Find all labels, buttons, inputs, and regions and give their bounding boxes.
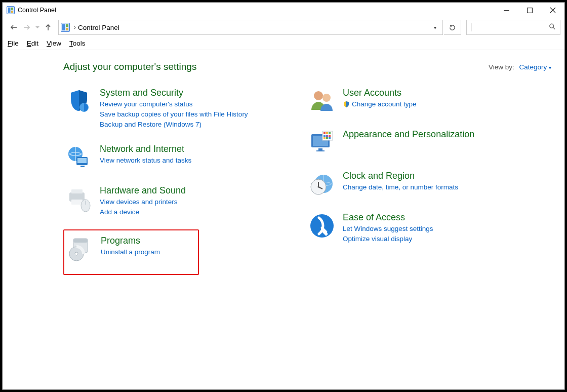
category-title[interactable]: Programs (101, 236, 160, 246)
svg-point-21 (322, 94, 331, 102)
category-title[interactable]: Appearance and Personalization (343, 129, 474, 140)
view-by-dropdown[interactable]: Category ▾ (519, 63, 551, 71)
svg-rect-31 (326, 135, 328, 137)
svg-rect-13 (71, 200, 83, 205)
category-link[interactable]: Change date, time, or number formats (343, 182, 458, 192)
chevron-down-icon: ▾ (549, 65, 551, 70)
recent-dropdown-icon[interactable] (34, 21, 41, 33)
category-column-right: User Accounts Change account type (306, 86, 519, 282)
back-button[interactable] (8, 21, 20, 33)
category-link[interactable]: View devices and printers (100, 197, 186, 207)
close-button[interactable] (541, 3, 564, 18)
view-by-label: View by: (489, 63, 514, 71)
shield-icon[interactable] (65, 88, 93, 115)
printer-mouse-icon[interactable] (65, 185, 93, 213)
category-network-internet: Network and Internet View network status… (63, 142, 276, 173)
search-input[interactable] (466, 20, 560, 35)
breadcrumb[interactable]: Control Panel (78, 24, 119, 31)
maximize-button[interactable] (518, 3, 541, 18)
control-panel-icon (7, 6, 15, 14)
search-cursor (471, 23, 471, 31)
svg-rect-24 (318, 148, 322, 150)
svg-rect-25 (316, 150, 325, 151)
menu-edit[interactable]: Edit (27, 40, 38, 47)
menu-tools[interactable]: Tools (69, 40, 86, 47)
refresh-button[interactable] (444, 20, 461, 35)
ease-of-access-icon[interactable] (308, 212, 336, 240)
globe-network-icon[interactable] (65, 144, 93, 171)
page-title: Adjust your computer's settings (63, 61, 196, 72)
breadcrumb-separator-icon: › (74, 24, 76, 31)
programs-disc-icon[interactable] (66, 236, 94, 263)
category-title[interactable]: Ease of Access (343, 212, 433, 223)
category-system-security: System and Security Review your computer… (63, 86, 276, 132)
svg-rect-28 (326, 132, 328, 134)
address-icon (61, 23, 70, 32)
svg-point-4 (550, 24, 554, 28)
svg-rect-10 (80, 166, 85, 167)
menu-bar: File Edit View Tools (3, 37, 564, 50)
category-link[interactable]: Uninstall a program (101, 247, 160, 257)
category-link[interactable]: Let Windows suggest settings (343, 224, 433, 234)
category-title[interactable]: System and Security (100, 88, 248, 98)
category-link[interactable]: Save backup copies of your files with Fi… (100, 109, 248, 120)
uac-shield-icon (343, 101, 350, 108)
category-clock-region: Clock and Region Change date, time, or n… (306, 169, 519, 200)
svg-rect-29 (329, 132, 331, 134)
svg-rect-9 (77, 158, 87, 163)
content-area: Adjust your computer's settings View by:… (3, 50, 564, 389)
nav-toolbar: › Control Panel ▾ (3, 18, 564, 37)
titlebar: Control Panel (3, 3, 564, 18)
people-icon[interactable] (308, 88, 336, 115)
category-title[interactable]: User Accounts (343, 88, 417, 98)
svg-rect-32 (329, 135, 331, 137)
category-link[interactable]: Review your computer's status (100, 99, 248, 109)
svg-rect-30 (323, 135, 326, 137)
category-link[interactable]: View network status and tasks (100, 155, 191, 166)
category-link[interactable]: Change account type (343, 99, 417, 109)
svg-point-40 (318, 186, 319, 188)
address-bar[interactable]: › Control Panel ▾ (58, 20, 443, 35)
category-appearance-personalization: Appearance and Personalization (306, 127, 519, 159)
search-icon (549, 23, 556, 32)
address-history-dropdown-icon[interactable]: ▾ (429, 25, 440, 30)
svg-rect-17 (73, 239, 88, 243)
category-ease-of-access: Ease of Access Let Windows suggest setti… (306, 210, 519, 246)
forward-button[interactable] (21, 21, 33, 33)
svg-rect-12 (71, 189, 83, 193)
monitor-personalize-icon[interactable] (308, 129, 336, 156)
category-link[interactable]: Backup and Restore (Windows 7) (100, 120, 248, 130)
category-title[interactable]: Clock and Region (343, 171, 458, 181)
svg-rect-27 (323, 132, 326, 134)
clock-globe-icon[interactable] (308, 171, 336, 198)
menu-file[interactable]: File (8, 40, 19, 47)
category-link[interactable]: Optimize visual display (343, 234, 433, 244)
category-title[interactable]: Network and Internet (100, 144, 191, 154)
up-button[interactable] (42, 21, 54, 33)
minimize-button[interactable] (495, 3, 518, 18)
menu-view[interactable]: View (47, 40, 61, 47)
svg-rect-34 (326, 137, 328, 139)
category-hardware-sound: Hardware and Sound View devices and prin… (63, 183, 276, 219)
category-programs: Programs Uninstall a program (63, 229, 199, 275)
svg-rect-1 (527, 8, 532, 13)
svg-point-20 (314, 91, 323, 100)
view-by: View by: Category ▾ (489, 63, 551, 71)
svg-line-5 (553, 27, 555, 29)
category-link[interactable]: Add a device (100, 207, 186, 217)
window-title: Control Panel (18, 7, 56, 14)
category-column-left: System and Security Review your computer… (63, 86, 276, 282)
category-user-accounts: User Accounts Change account type (306, 86, 519, 117)
svg-rect-35 (329, 137, 331, 139)
svg-rect-33 (323, 137, 326, 139)
svg-point-19 (75, 252, 78, 255)
category-title[interactable]: Hardware and Sound (100, 185, 186, 196)
control-panel-window: Control Panel › Control Panel (2, 2, 565, 390)
